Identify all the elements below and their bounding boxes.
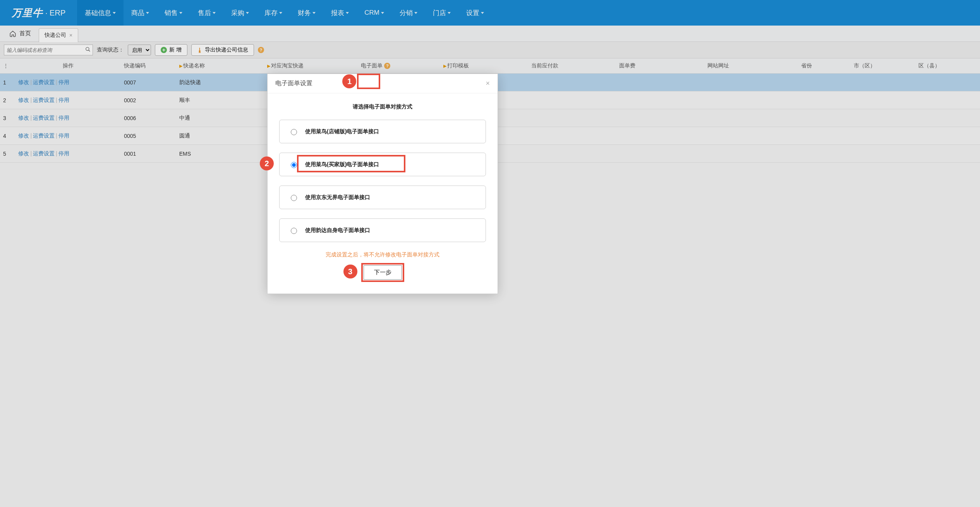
esheet-modal: 电子面单设置 × 请选择电子面单对接方式 使用菜鸟(店铺版)电子面单接口 使用菜… xyxy=(267,74,498,163)
close-icon[interactable]: × xyxy=(486,79,490,88)
option-cainiao-buyer[interactable]: 使用菜鸟(买家版)电子面单接口 xyxy=(279,153,486,163)
option-cainiao-shop[interactable]: 使用菜鸟(店铺版)电子面单接口 xyxy=(279,120,486,143)
modal-body: 请选择电子面单对接方式 使用菜鸟(店铺版)电子面单接口 使用菜鸟(买家版)电子面… xyxy=(268,93,498,163)
modal-title: 电子面单设置 xyxy=(275,79,312,88)
option-label: 使用菜鸟(店铺版)电子面单接口 xyxy=(305,128,379,135)
radio-cainiao-buyer[interactable] xyxy=(291,162,297,163)
modal-subtitle: 请选择电子面单对接方式 xyxy=(279,103,486,110)
option-label: 使用菜鸟(买家版)电子面单接口 xyxy=(305,161,379,163)
modal-header: 电子面单设置 × xyxy=(268,74,498,93)
radio-cainiao-shop[interactable] xyxy=(291,129,297,135)
